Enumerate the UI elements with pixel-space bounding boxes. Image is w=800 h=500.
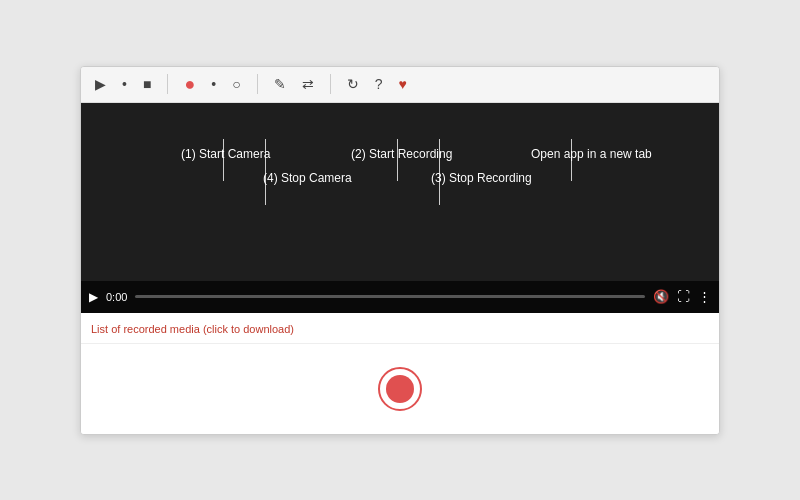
play-button[interactable]: ▶ [91,74,110,94]
stop-button[interactable]: ■ [139,74,155,94]
help-button[interactable]: ? [371,74,387,94]
list-area: List of recorded media (click to downloa… [81,313,719,344]
toolbar: ▶ • ■ ● • ○ ✎ ⇄ ↻ ? ♥ [81,67,719,103]
refresh-button[interactable]: ↻ [343,74,363,94]
dot2-button: • [207,74,220,94]
annotation-start-camera: (1) Start Camera [181,147,270,161]
annotation-start-recording: (2) Start Recording [351,147,452,161]
list-label: List of recorded media (click to downloa… [91,323,294,335]
fullscreen-icon[interactable]: ⛶ [677,289,690,304]
video-time: 0:00 [106,291,127,303]
video-controls: ▶ 0:00 🔇 ⛶ ⋮ [81,281,719,313]
record-circle-inner [386,375,414,403]
record-indicator-area [81,344,719,434]
record-circle-outer[interactable] [378,367,422,411]
app-window: ▶ • ■ ● • ○ ✎ ⇄ ↻ ? ♥ (1) Start Camera (… [80,66,720,435]
annotation-stop-camera: (4) Stop Camera [263,171,352,185]
heart-button[interactable]: ♥ [394,74,410,94]
video-right-controls: 🔇 ⛶ ⋮ [653,289,711,304]
edit-button[interactable]: ✎ [270,74,290,94]
dot-button: • [118,74,131,94]
video-area: (1) Start Camera (4) Stop Camera (2) Sta… [81,103,719,313]
divider-3 [330,74,331,94]
video-play-button[interactable]: ▶ [89,290,98,304]
annotation-stop-recording: (3) Stop Recording [431,171,532,185]
divider-1 [167,74,168,94]
volume-icon[interactable]: 🔇 [653,289,669,304]
circle-button[interactable]: ○ [228,74,244,94]
more-icon[interactable]: ⋮ [698,289,711,304]
annotation-open-app: Open app in a new tab [531,147,652,161]
video-progress-bar[interactable] [135,295,645,298]
share-button[interactable]: ⇄ [298,74,318,94]
divider-2 [257,74,258,94]
record-button[interactable]: ● [180,72,199,97]
